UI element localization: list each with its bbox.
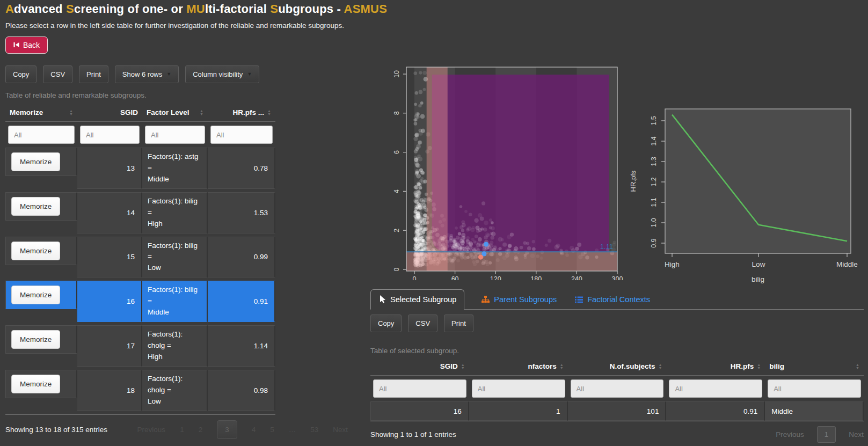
svg-text:1.1: 1.1	[650, 198, 658, 207]
svg-text:High: High	[665, 260, 680, 268]
column-header-n-of-subjects[interactable]: N.of.subjects▲▼	[568, 357, 667, 375]
memorize-button[interactable]: Memorize	[11, 242, 60, 260]
sgid-cell: 16	[77, 281, 142, 322]
hr-pfs-cell: 0.98	[208, 370, 275, 411]
left-pagination: Previous12345…53Next	[137, 420, 348, 439]
scatter-plot[interactable]: 1.110601201802403000246810	[370, 60, 623, 280]
page-button[interactable]: 1	[180, 426, 184, 434]
page-button[interactable]: 2	[199, 426, 203, 434]
csv-button[interactable]: CSV	[408, 315, 437, 332]
table-filter-row	[5, 122, 275, 148]
table-row[interactable]: Memorize18Factors(1): cholg =Low0.98	[5, 370, 275, 411]
data-cell: 1	[469, 401, 568, 421]
sort-arrows-icon: ▲▼	[560, 363, 564, 369]
page-button[interactable]: 3	[217, 420, 237, 439]
column-header-label: Factor Level	[147, 108, 189, 116]
page-button[interactable]: …	[289, 426, 296, 434]
table-row[interactable]: Memorize15Factors(1): bilig =Low0.99	[5, 237, 275, 278]
hr-pfs-cell: 1.14	[208, 325, 275, 367]
column-header-label: nfactors	[528, 362, 556, 370]
column-filter-input[interactable]	[472, 379, 565, 398]
column-header-factor-level[interactable]: Factor Level▲▼	[142, 104, 208, 121]
next-page-button[interactable]: Next	[333, 426, 348, 434]
back-button-label: Back	[23, 41, 40, 49]
left-table-info: Showing 13 to 18 of 315 entries	[5, 426, 107, 434]
column-header-hr-pfs[interactable]: HR.pfs ...▲▼	[208, 104, 275, 121]
column-filter-input[interactable]	[373, 379, 466, 398]
page-button[interactable]: 53	[310, 426, 318, 434]
svg-text:1.5: 1.5	[650, 116, 658, 125]
cursor-icon	[378, 295, 386, 304]
table-row[interactable]: Memorize14Factors(1): bilig =High1.53	[5, 192, 275, 233]
svg-text:120: 120	[490, 275, 501, 280]
sgid-cell: 15	[77, 237, 142, 278]
tab-label: Selected Subgroup	[390, 295, 456, 304]
page-button[interactable]: 4	[252, 426, 256, 434]
tab-parent-subgroups[interactable]: Parent Subgroups	[480, 290, 558, 309]
title-segment: MU	[186, 2, 205, 16]
tab-factorial-contexts[interactable]: Factorial Contexts	[574, 290, 651, 309]
svg-text:1.2: 1.2	[650, 177, 658, 186]
sort-arrows-icon: ▲▼	[267, 109, 271, 115]
show-6-rows-button[interactable]: Show 6 rows▼	[115, 65, 179, 83]
hr-pfs-cell: 0.78	[208, 148, 275, 189]
data-cell: Middle	[765, 401, 864, 421]
button-label: Copy	[13, 70, 29, 78]
table-row[interactable]: Memorize16Factors(1): bilig =Middle0.91	[5, 281, 275, 322]
back-button[interactable]: Back	[5, 36, 48, 54]
table-row[interactable]: 1611010.91Middle	[370, 401, 864, 421]
print-button[interactable]: Print	[444, 315, 473, 332]
memorize-button[interactable]: Memorize	[11, 152, 60, 171]
column-filter-input[interactable]	[210, 126, 273, 144]
memorize-button[interactable]: Memorize	[11, 286, 60, 304]
svg-text:6: 6	[393, 150, 400, 154]
dropdown-caret-icon: ▼	[166, 72, 171, 77]
previous-page-button[interactable]: Previous	[137, 426, 166, 434]
column-filter-input[interactable]	[80, 126, 140, 144]
tab-bar: Selected SubgroupParent SubgroupsFactori…	[370, 286, 864, 310]
hr-pfs-cell: 0.91	[208, 281, 275, 322]
column-header-sgid[interactable]: SGID	[77, 104, 142, 121]
column-header-sgid[interactable]: SGID▲▼	[370, 357, 469, 375]
memorize-button[interactable]: Memorize	[11, 375, 60, 393]
title-segment: creening of one- or	[74, 2, 186, 16]
tab-selected-subgroup[interactable]: Selected Subgroup	[370, 289, 464, 310]
svg-text:4: 4	[393, 189, 400, 193]
column-filter-input[interactable]	[8, 126, 75, 144]
column-filter-input[interactable]	[571, 379, 664, 398]
page-button[interactable]: 5	[270, 426, 274, 434]
copy-button[interactable]: Copy	[5, 65, 37, 83]
csv-button[interactable]: CSV	[43, 65, 72, 83]
sitemap-icon	[482, 296, 490, 303]
column-visibility-button[interactable]: Column visibility▼	[185, 65, 259, 83]
column-header-bilig[interactable]: bilig▲▼	[765, 357, 864, 375]
button-label: Copy	[378, 319, 394, 327]
svg-text:1.0: 1.0	[650, 218, 658, 227]
column-header-nfactors[interactable]: nfactors▲▼	[469, 357, 568, 375]
svg-text:60: 60	[451, 275, 459, 280]
sort-arrows-icon: ▲▼	[856, 363, 859, 369]
table-row[interactable]: Memorize13Factors(1): astg =Middle0.78	[5, 148, 275, 189]
next-page-button[interactable]: Next	[849, 430, 864, 438]
previous-page-button[interactable]: Previous	[776, 430, 804, 438]
sort-arrows-icon: ▲▼	[658, 363, 662, 369]
svg-text:HR.pfs: HR.pfs	[629, 170, 637, 192]
column-header-memorize[interactable]: Memorize▲▼	[5, 104, 77, 121]
column-filter-input[interactable]	[669, 379, 762, 398]
column-filter-input[interactable]	[768, 379, 861, 398]
title-segment: ASMUS	[344, 2, 387, 16]
svg-text:1.4: 1.4	[650, 136, 658, 145]
memorize-button[interactable]: Memorize	[11, 197, 60, 216]
column-header-label: Memorize	[10, 108, 43, 116]
page-subtitle: Please select a row in the left side tab…	[5, 21, 344, 30]
column-filter-input[interactable]	[145, 126, 205, 144]
copy-button[interactable]: Copy	[370, 315, 402, 332]
column-header-hr-pfs[interactable]: HR.pfs▲▼	[666, 357, 765, 375]
page-button[interactable]: 1	[817, 426, 836, 443]
memorize-button[interactable]: Memorize	[11, 330, 60, 349]
svg-text:0.9: 0.9	[650, 238, 658, 247]
table-row[interactable]: Memorize17Factors(1): cholg =High1.14	[5, 325, 275, 367]
print-button[interactable]: Print	[79, 65, 108, 83]
left-table-caption: Table of reliable and remarkable subgrou…	[5, 91, 348, 99]
data-cell: 0.91	[666, 401, 765, 421]
